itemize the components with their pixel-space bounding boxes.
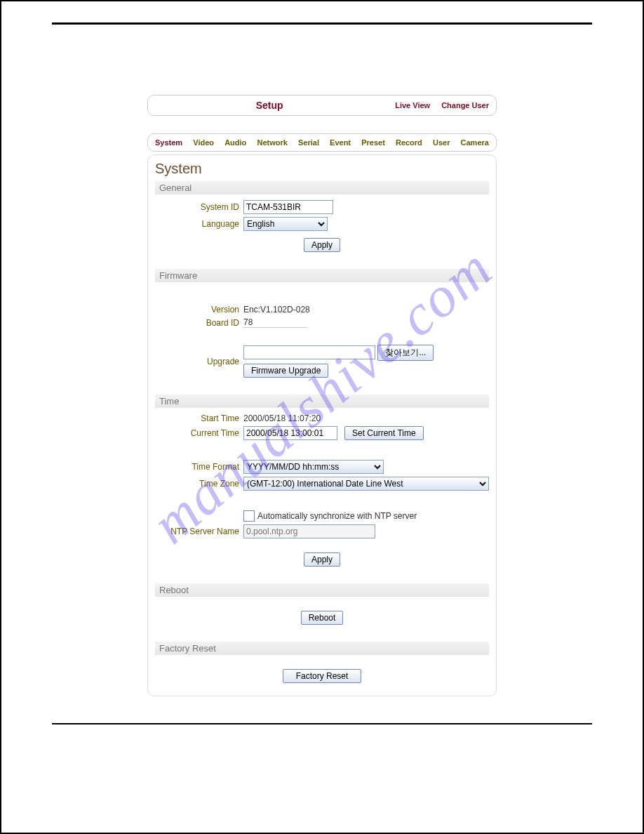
factory-reset-button[interactable]: Factory Reset bbox=[283, 669, 362, 683]
ntp-sync-label: Automatically synchronize with NTP serve… bbox=[257, 511, 417, 521]
upgrade-label: Upgrade bbox=[155, 357, 243, 366]
ntp-server-input[interactable] bbox=[243, 524, 375, 538]
start-time-label: Start Time bbox=[155, 413, 243, 423]
firmware-heading: Firmware bbox=[155, 269, 489, 282]
ntp-sync-checkbox[interactable] bbox=[243, 510, 255, 522]
general-heading: General bbox=[155, 181, 489, 194]
time-format-select[interactable]: YYYY/MM/DD hh:mm:ss bbox=[243, 460, 384, 474]
setup-title: Setup bbox=[155, 100, 384, 111]
time-zone-select[interactable]: (GMT-12:00) International Date Line West bbox=[243, 477, 489, 491]
reboot-heading: Reboot bbox=[155, 583, 489, 597]
time-apply-button[interactable]: Apply bbox=[304, 552, 340, 567]
general-apply-button[interactable]: Apply bbox=[304, 238, 340, 252]
section-time: Time Start Time 2000/05/18 11:07:20 Curr… bbox=[155, 395, 489, 567]
current-time-input[interactable] bbox=[243, 426, 337, 440]
section-general: General System ID Language English Apply bbox=[155, 181, 489, 252]
system-card: System General System ID Language Englis… bbox=[147, 154, 497, 696]
ntp-server-label: NTP Server Name bbox=[155, 527, 243, 536]
section-firmware: Firmware Version Enc:V1.102D-028 Board I… bbox=[155, 269, 489, 378]
time-format-label: Time Format bbox=[155, 462, 243, 472]
system-id-input[interactable] bbox=[243, 200, 333, 214]
start-time-value: 2000/05/18 11:07:20 bbox=[243, 413, 321, 423]
bottom-rule bbox=[52, 723, 592, 724]
board-id-value: 78 bbox=[243, 317, 307, 328]
upgrade-path-input[interactable] bbox=[243, 345, 375, 359]
time-heading: Time bbox=[155, 395, 489, 408]
set-current-time-button[interactable]: Set Current Time bbox=[344, 426, 424, 440]
tab-preset[interactable]: Preset bbox=[361, 138, 385, 147]
section-factory-reset: Factory Reset Factory Reset bbox=[155, 642, 489, 683]
tab-system[interactable]: System bbox=[155, 138, 182, 147]
firmware-upgrade-button[interactable]: Firmware Upgrade bbox=[243, 364, 328, 378]
version-value: Enc:V1.102D-028 bbox=[243, 305, 310, 315]
page-title: System bbox=[155, 161, 489, 177]
factory-reset-heading: Factory Reset bbox=[155, 642, 489, 655]
tab-user[interactable]: User bbox=[433, 138, 450, 147]
section-reboot: Reboot Reboot bbox=[155, 583, 489, 625]
tab-audio[interactable]: Audio bbox=[224, 138, 246, 147]
top-rule bbox=[52, 22, 592, 25]
browse-button[interactable]: 찾아보기... bbox=[377, 345, 434, 361]
tab-camera[interactable]: Camera bbox=[461, 138, 489, 147]
tab-serial[interactable]: Serial bbox=[298, 138, 319, 147]
tab-network[interactable]: Network bbox=[257, 138, 287, 147]
language-select[interactable]: English bbox=[243, 217, 328, 231]
version-label: Version bbox=[155, 305, 243, 315]
live-view-link[interactable]: Live View bbox=[395, 101, 430, 110]
change-user-link[interactable]: Change User bbox=[441, 101, 489, 110]
top-bar: Setup Live View Change User bbox=[147, 95, 497, 116]
time-zone-label: Time Zone bbox=[155, 479, 243, 489]
board-id-label: Board ID bbox=[155, 318, 243, 328]
current-time-label: Current Time bbox=[155, 428, 243, 438]
system-id-label: System ID bbox=[155, 202, 243, 212]
tab-video[interactable]: Video bbox=[193, 138, 214, 147]
language-label: Language bbox=[155, 219, 243, 229]
tab-record[interactable]: Record bbox=[396, 138, 422, 147]
tab-bar: System Video Audio Network Serial Event … bbox=[147, 133, 497, 152]
tab-event[interactable]: Event bbox=[330, 138, 351, 147]
reboot-button[interactable]: Reboot bbox=[301, 611, 344, 625]
